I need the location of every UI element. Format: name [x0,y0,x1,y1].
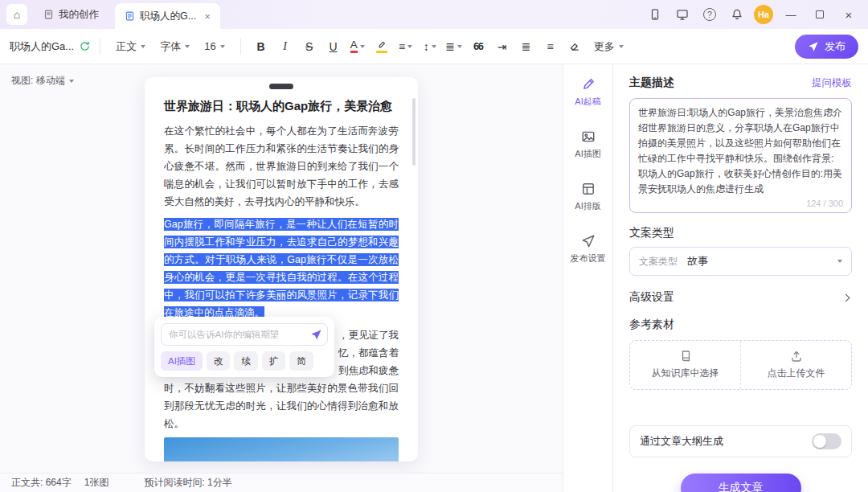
ordered-list-button[interactable]: ≣ [515,35,538,58]
continue-button[interactable]: 续 [234,351,258,371]
expand-button[interactable]: 扩 [262,351,286,371]
ai-edit-input-wrap [161,323,328,346]
titlebar-actions: ? Ha — × [645,4,860,25]
type-prefix-label: 文案类型 [639,255,678,269]
word-count: 正文共: 664字 [11,476,72,490]
tool-label: 发布设置 [571,252,606,264]
line-spacing-button[interactable]: ↕ [419,35,441,58]
tool-publish-settings[interactable]: 发布设置 [571,234,606,264]
sync-icon [79,40,91,52]
home-icon: ⌂ [14,8,20,21]
notifications-button[interactable] [727,4,747,25]
rewrite-button[interactable]: 改 [207,351,231,371]
generation-panel: 主题描述 提问模板 世界旅游日:职场人的Gap旅行，美景治愈焦虑介绍世界旅游日的… [612,64,868,492]
align-button[interactable]: ≡ [395,35,417,58]
avatar[interactable]: Ha [754,5,773,24]
help-button[interactable]: ? [699,4,720,25]
blockquote-button[interactable]: 66 [467,35,489,58]
image-icon [581,129,596,144]
ai-edit-input[interactable] [169,330,307,339]
publish-label: 发布 [825,39,845,54]
view-mode-select[interactable]: 视图: 移动端 [11,74,74,88]
advanced-settings-label: 高级设置 [629,290,674,305]
upload-icon [790,350,803,363]
upload-label: 点击上传文件 [768,367,825,380]
tool-ai-illustration[interactable]: AI插图 [575,129,600,160]
list-style-button[interactable]: ≣ [443,35,465,58]
knowledge-base-icon [679,350,692,363]
sky-photo[interactable] [164,437,399,461]
reference-section-label: 参考素材 [629,318,852,332]
divider [100,39,100,55]
tab-current-document[interactable]: 职场人的G... × [115,3,220,29]
font-color-button[interactable]: A [346,35,369,58]
home-button[interactable]: ⌂ [6,4,27,25]
bold-button[interactable]: B [250,35,272,58]
maximize-button[interactable] [809,4,831,25]
ai-illustration-button[interactable]: AI插图 [161,351,203,371]
document-title[interactable]: 世界旅游日：职场人的Gap旅行，美景治愈 [164,97,399,114]
font-size-select[interactable]: 16 [198,35,231,58]
font-color-icon: A [350,39,358,54]
tool-label: AI起稿 [575,96,600,108]
italic-button[interactable]: I [274,35,297,58]
card-scrollbar[interactable] [412,98,416,166]
underline-button[interactable]: U [322,35,345,58]
tool-ai-layout[interactable]: AI排版 [575,182,600,212]
simplify-button[interactable]: 简 [289,351,313,371]
upload-file-button[interactable]: 点击上传文件 [740,341,851,389]
bullet-list-icon: ≡ [547,41,554,52]
prompt-template-link[interactable]: 提问模板 [812,76,852,90]
tab-label: 职场人的G... [140,10,196,23]
char-counter: 124 / 300 [638,199,843,208]
highlighter-icon [376,39,387,49]
style-value: 正文 [116,39,137,54]
more-menu-button[interactable]: 更多 [588,35,630,58]
content-type-select[interactable]: 文案类型 故事 [629,247,852,276]
generate-article-button[interactable]: 生成文章 [681,474,801,492]
clear-format-button[interactable] [563,35,586,58]
tool-label: AI插图 [575,148,600,160]
bullet-list-button[interactable]: ≡ [539,35,562,58]
tab-close-icon[interactable]: × [204,10,211,23]
editor-column: 视图: 移动端 世界旅游日：职场人的Gap旅行，美景治愈 在这个繁忙的社会中，每… [0,64,563,492]
mobile-preview-button[interactable] [645,4,665,25]
ordered-list-icon: ≣ [522,41,531,52]
layout-icon [581,182,596,196]
strikethrough-button[interactable]: S [298,35,321,58]
indent-button[interactable]: ⇥ [491,35,514,58]
divider [240,39,241,55]
outline-label: 通过文章大纲生成 [640,434,723,449]
publish-button[interactable]: 发布 [795,35,858,59]
knowledge-base-select-button[interactable]: 从知识库中选择 [630,341,740,389]
line-spacing-icon: ↕ [424,41,429,52]
highlight-button[interactable] [371,35,393,58]
tool-ai-draft[interactable]: AI起稿 [575,77,600,108]
document-paragraph[interactable]: 在这个繁忙的社会中，每个人都在为了生活而奔波劳累。长时间的工作压力和紧张的生活节… [164,122,399,211]
advanced-settings-row[interactable]: 高级设置 [629,290,852,305]
chevron-down-icon [407,45,412,48]
font-value: 字体 [160,39,181,54]
outline-generation-row: 通过文章大纲生成 [629,425,852,457]
minimize-icon: — [786,9,796,21]
close-icon: × [845,8,853,22]
chevron-right-icon [842,293,850,301]
help-icon: ? [703,8,716,21]
outline-toggle[interactable] [812,433,841,449]
minimize-button[interactable]: — [780,4,802,25]
send-icon[interactable] [310,329,322,341]
paragraph-rest[interactable]: 时，不妨翻看这些照片，让那些美好的景色带我们回到那段无忧无虑的时光，让我们的心情… [164,379,399,433]
format-toolbar: 职场人的Ga... 正文 字体 16 B I S U A ≡ [0,29,868,64]
font-family-select[interactable]: 字体 [154,35,196,58]
chevron-down-icon [432,45,436,48]
topic-textarea[interactable]: 世界旅游日:职场人的Gap旅行，美景治愈焦虑介绍世界旅游日的意义，分享职场人在G… [629,98,852,213]
document-paragraph-selected[interactable]: Gap旅行，即间隔年旅行，是一种让人们在短暂的时间内摆脱工作和学业压力，去追求自… [164,215,399,322]
tab-my-creations[interactable]: 我的创作 [34,3,108,26]
knowledge-base-label: 从知识库中选择 [652,367,719,380]
desktop-preview-button[interactable] [672,4,693,25]
pencil-icon [581,77,596,92]
paragraph-style-select[interactable]: 正文 [109,35,152,58]
type-selected-value: 故事 [687,254,708,269]
chevron-down-icon [185,45,190,48]
close-window-button[interactable]: × [837,4,860,25]
